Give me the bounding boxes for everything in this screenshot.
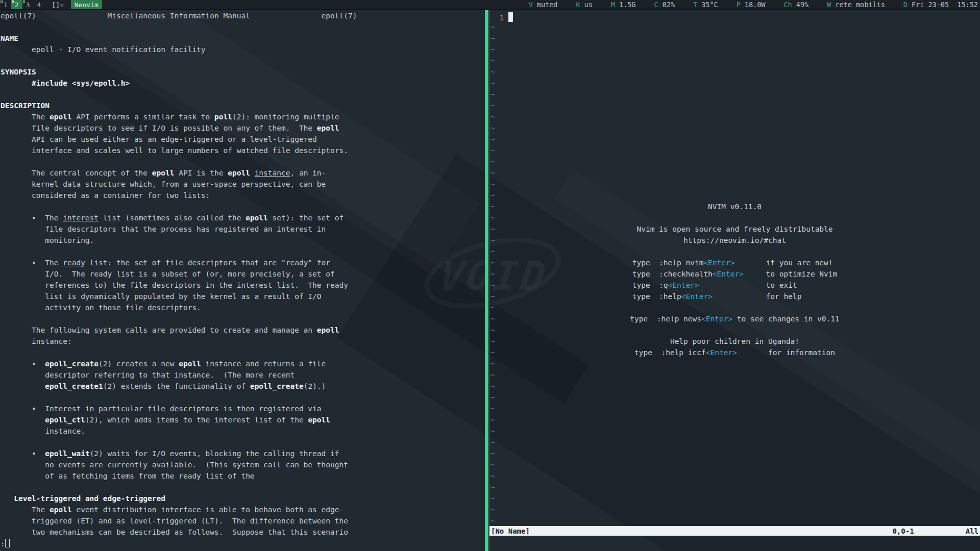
nvim-row: ~ [491,459,513,470]
intro-line: Help poor children in Uganda! [489,336,980,347]
nvim-intro-message: NVIM v0.11.0 Nvim is open source and fre… [489,201,980,358]
nvim-row: ~ [491,448,513,459]
man-line: SYNOPSIS [1,66,357,78]
man-line: #include <sys/epoll.h> [1,78,357,89]
nvim-row: ~ [491,100,513,111]
man-line: interface and scales well to large numbe… [1,145,357,156]
man-line: Level-triggered and edge-triggered [1,493,357,504]
tag-4[interactable]: 4 [33,0,44,9]
status-m: M1.5G [611,1,636,9]
intro-line: type :help<Enter> for help [489,291,980,302]
man-line: • The ready list: the set of file descri… [1,257,357,268]
nvim-row: ~ [491,515,513,527]
man-line: • Interest in particular file descriptor… [1,403,357,414]
man-line: considered as a container for two lists: [1,190,357,201]
intro-line [489,212,980,223]
status-k: Kus [576,1,592,9]
status-c: C02% [654,1,675,9]
nvim-row: ~ [491,122,513,134]
man-terminal-window[interactable]: epoll(7) Miscellaneous Information Manua… [0,10,485,551]
man-line: The following system calls are provided … [1,324,357,336]
dwm-bar: 1234 []= Neovim VmutedKusM1.5GC02%T35°CP… [0,0,980,10]
status-v: Vmuted [529,1,558,9]
man-line [1,437,357,448]
nvim-row: ~ [491,179,513,190]
man-page-content: epoll(7) Miscellaneous Information Manua… [1,10,357,549]
man-line: : [1,538,357,549]
man-line [1,21,357,33]
nvim-buffer-name: [No Name] [491,527,530,535]
man-line [1,347,357,358]
man-line [1,246,357,257]
man-line [1,482,357,493]
intro-line: type :help nvim<Enter> if you are new! [489,257,980,268]
man-line: epoll_ctl(2), which adds items to the in… [1,414,357,425]
nvim-row: ~ [491,358,513,369]
nvim-ruler: 0,0-1 All [892,527,978,535]
man-line [1,156,357,167]
man-line: triggered (ET) and as level-triggered (L… [1,515,357,527]
man-line: of as fetching items from the ready list… [1,470,357,482]
man-line: NAME [1,33,357,44]
nvim-row: ~ [491,33,513,44]
nvim-row: ~ [491,145,513,156]
nvim-row: ~ [491,21,513,33]
tag-indicator [23,1,25,3]
man-line: file descriptors to see if I/O is possib… [1,122,357,134]
man-line: monitoring. [1,235,357,246]
window-title: Neovim [71,0,102,9]
intro-line: https://neovim.io/#chat [489,235,980,246]
intro-line: type :help news<Enter> to see changes in… [489,313,980,324]
neovim-window[interactable]: 1 ~~~~~~~~~~~~~~~~~~~~~~~~~~~~~~~~~~~~~~… [489,10,980,551]
status-w: Wrete mobilis [827,1,885,9]
intro-line: NVIM v0.11.0 [489,201,980,212]
nvim-statusline: [No Name] 0,0-1 All [489,526,980,536]
tag-list: 1234 [0,0,44,9]
nvim-row: ~ [491,167,513,179]
man-line [1,201,357,212]
intro-line [489,302,980,313]
man-line: instance: [1,336,357,347]
nvim-row: ~ [491,504,513,515]
window-separator[interactable] [488,10,489,551]
tag-2[interactable]: 2 [11,0,22,9]
man-line: The epoll API performs a similar task to… [1,111,357,122]
intro-line [489,246,980,257]
tag-1[interactable]: 1 [0,0,11,9]
man-line: The epoll event distribution interface i… [1,504,357,515]
man-line: activity on those file descriptors. [1,302,357,313]
nvim-row: ~ [491,437,513,448]
status-p: P18.0W [737,1,766,9]
man-line: • The interest list (sometimes also call… [1,212,357,223]
man-line: instance. [1,425,357,437]
man-line [1,392,357,403]
nvim-row: ~ [491,89,513,100]
tag-indicator [1,1,3,3]
nvim-row: ~ [491,190,513,201]
nvim-row: ~ [491,369,513,381]
tag-3[interactable]: 3 [22,0,34,9]
nvim-row: ~ [491,78,513,89]
man-line: epoll(7) Miscellaneous Information Manua… [1,10,357,21]
man-line: list is dynamically populated by the ker… [1,291,357,302]
man-line: The central concept of the epoll API is … [1,167,357,179]
man-line: DESCRIPTION [1,100,357,111]
nvim-row: ~ [491,470,513,482]
layout-symbol[interactable]: []= [52,1,63,9]
man-line: no events are currently available. (This… [1,459,357,470]
man-line: API can be used either as an edge-trigge… [1,134,357,145]
tag-indicator [12,1,14,3]
nvim-row: ~ [491,111,513,122]
nvim-row: ~ [491,156,513,167]
intro-line: type :q<Enter> to exit [489,280,980,291]
man-line: I/O. The ready list is a subset of (or, … [1,268,357,280]
status-d: DFri 23-05 15:52 [903,1,978,9]
man-line: kernel data structure which, from a user… [1,179,357,190]
nvim-row: ~ [491,66,513,78]
man-line: epoll_create1(2) extends the functionali… [1,381,357,392]
nvim-row: ~ [491,414,513,425]
man-line: • epoll_create(2) creates a new epoll in… [1,358,357,369]
man-line: descriptor referring to that instance. (… [1,369,357,381]
nvim-row: ~ [491,482,513,493]
nvim-row: ~ [491,493,513,504]
